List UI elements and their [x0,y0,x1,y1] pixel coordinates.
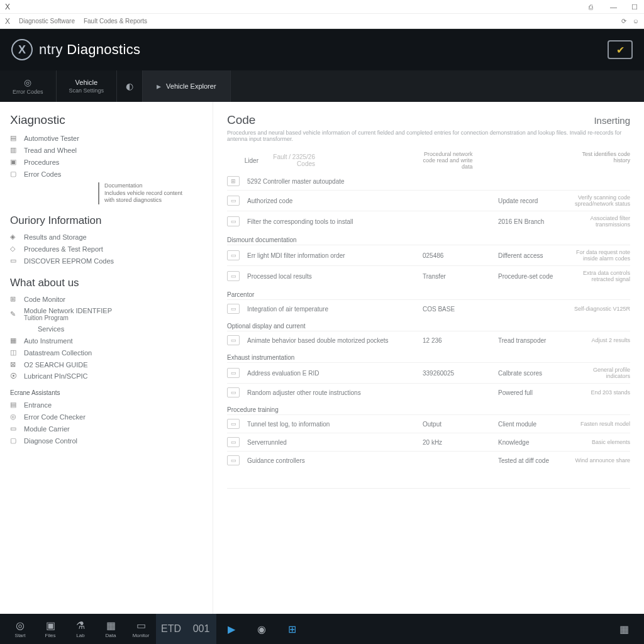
row-checkbox[interactable]: ▭ [227,250,240,260]
sidebar-item-diag-1[interactable]: ▥Tread and Wheel [10,144,203,156]
sidebar-item-diag-2[interactable]: ▣Procedures [10,156,203,168]
play-icon: ▸ [157,81,161,91]
sidebar-icon: ▭ [10,257,19,265]
taskbar-item-0[interactable]: ◎Start [5,614,35,644]
ribbon-error-codes[interactable]: ◎ Error Codes [0,70,57,102]
ribbon-vehicle-explorer[interactable]: ▸ Vehicle Explorer [143,70,231,102]
table-row[interactable]: ▭Err light MDI filter information order0… [227,245,630,265]
half-circle-icon: ◐ [126,81,133,91]
sidebar-icon: ▣ [10,158,19,166]
sidebar-item-info-1[interactable]: ◇Procedures & Test Report [10,243,203,255]
table-row[interactable]: ▭Authorized codeUpdate recordVerify scan… [227,190,630,211]
sidebar-item-about-1[interactable]: ✎Module Network IDENTFIEPTuition Program [10,305,203,323]
window-close-x[interactable]: X [5,3,10,11]
row-checkbox[interactable]: ▭ [227,437,240,447]
taskbar-icon: ETD [161,623,181,635]
taskbar-item-6[interactable]: 001 [186,614,216,644]
table-row[interactable]: ▭Address evaluation E RID339260025Calbra… [227,362,630,383]
taskbar-item-4[interactable]: ▭Monitor [126,614,156,644]
sidebar-item-assist-3[interactable]: ▢Diagnose Control [10,435,203,447]
taskbar-item-3[interactable]: ▦Data [96,614,126,644]
table-row[interactable]: ▭Integration of air temperatureCOS BASES… [227,299,630,318]
tab-close-icon[interactable]: X [5,17,10,26]
sidebar-icon: ▥ [10,146,19,154]
status-label: Inserting [594,115,630,126]
print-icon[interactable]: ⎙ [589,3,596,11]
row-checkbox[interactable]: ▭ [227,304,240,314]
sidebar-item-info-2[interactable]: ▭DISCOVER EEPROM Codes [10,255,203,267]
table-row[interactable]: ▭Serverrunnled20 kHzKnowledgeBasic eleme… [227,433,630,451]
sidebar-icon: ⦿ [10,372,19,380]
ribbon-toolbar: ◎ Error Codes Vehicle Scan Settings ◐ ▸ … [0,70,644,102]
col-header-1: Procedural network code read and write d… [416,151,473,170]
sidebar-icon: ◎ [10,413,19,421]
sidebar-item-assist-0[interactable]: ▤Entrance [10,399,203,411]
taskbar-grid-icon[interactable]: ▦ [609,614,639,644]
refresh-icon[interactable]: ⟳ [621,18,626,25]
sidebar-icon: ▢ [10,436,19,445]
ribbon-vehicle[interactable]: Vehicle Scan Settings [57,70,118,102]
row-checkbox[interactable]: ▭ [227,387,240,397]
sidebar-item-about-3[interactable]: ▦Auto Instrument [10,335,203,347]
sidebar-icon: ◫ [10,348,19,357]
ribbon-settings[interactable]: ◐ [117,70,143,102]
brand-title: ntry Diagnostics [39,42,140,58]
sidebar-item-about-5[interactable]: ⊠O2 SEARCH GUIDE [10,358,203,370]
taskbar-item-1[interactable]: ▣Files [35,614,65,644]
sidebar-item-about-2[interactable]: Services [10,323,203,335]
sidebar-section-about: What about us [10,277,203,289]
filter-row[interactable]: ⊞ 5292 Controller master autoupdate [227,172,630,190]
sidebar-section-info: Ouriory Information [10,214,203,227]
gauge-icon: ◎ [24,77,31,87]
row-checkbox[interactable]: ▭ [227,196,240,206]
sidebar-item-diag-3[interactable]: ▢Error Codes [10,168,203,180]
brand: X ntry Diagnostics [11,39,140,60]
sidebar-item-about-6[interactable]: ⦿Lubricant PIn/SCPIC [10,370,203,382]
table-row[interactable]: ▭Filter the corresponding tools to insta… [227,211,630,231]
taskbar-icon: ◉ [257,623,266,635]
breadcrumb-2[interactable]: Fault Codes & Reports [84,18,147,25]
sidebar-icon: ▤ [10,134,19,142]
sidebar-icon: ▭ [10,425,19,433]
filter-icon: ⊞ [227,176,240,186]
sidebar-icon: ⊞ [10,295,19,303]
taskbar-icon: ⚗ [76,619,85,631]
row-checkbox[interactable]: ▭ [227,335,240,345]
row-checkbox[interactable]: ▭ [227,455,240,465]
sidebar-icon: ◇ [10,245,19,253]
sidebar-item-info-0[interactable]: ◈Results and Storage [10,231,203,243]
sidebar-section-assistants: Ecrane Assistants [10,389,203,396]
group-header: Parcentor [227,286,630,299]
sidebar-item-about-0[interactable]: ⊞Code Monitor [10,293,203,305]
breadcrumb-1[interactable]: Diagnostic Software [19,18,75,25]
sidebar-icon: ⊠ [10,360,19,369]
table-row[interactable]: ▭Animate behavior based double motorized… [227,331,630,349]
table-row[interactable]: ▭Guidance controllersTested at diff code… [227,451,630,469]
taskbar-icon: ▶ [228,623,235,635]
sidebar-item-assist-1[interactable]: ◎Error Code Checker [10,411,203,423]
meta-toolbar: X Diagnostic Software Fault Codes & Repo… [0,14,644,29]
taskbar-item-8[interactable]: ◉ [247,614,277,644]
user-icon[interactable]: ☺ [633,18,639,25]
sidebar-title: Xiagnostic [10,113,203,127]
taskbar-item-7[interactable]: ▶ [216,614,247,644]
maximize-icon[interactable]: ☐ [631,3,639,11]
taskbar-item-2[interactable]: ⚗Lab [65,614,96,644]
row-checkbox[interactable]: ▭ [227,216,240,226]
sidebar-item-assist-2[interactable]: ▭Module Carrier [10,423,203,435]
taskbar-item-9[interactable]: ⊞ [277,614,307,644]
sidebar-item-about-4[interactable]: ◫Datastream Collection [10,347,203,358]
taskbar-item-5[interactable]: ETD [156,614,186,644]
row-checkbox[interactable]: ▭ [227,419,240,429]
taskbar-icon: ⊞ [288,623,296,635]
table-row[interactable]: ▭Tunnel test log, to informationOutputCl… [227,414,630,433]
main-area: Xiagnostic ▤Automotive Tester▥Tread and … [0,102,644,614]
row-checkbox[interactable]: ▭ [227,368,240,378]
row-checkbox[interactable]: ▭ [227,271,240,281]
table-row[interactable]: ▭Random adjuster other route instruction… [227,383,630,401]
sidebar-icon: ✎ [10,310,19,318]
table-row[interactable]: ▭Processed local resultsTransferProcedur… [227,265,630,286]
sidebar-item-diag-0[interactable]: ▤Automotive Tester [10,132,203,144]
list-header: Lider Fault / 2325/26 Codes [227,151,315,170]
minimize-icon[interactable]: — [610,3,618,11]
